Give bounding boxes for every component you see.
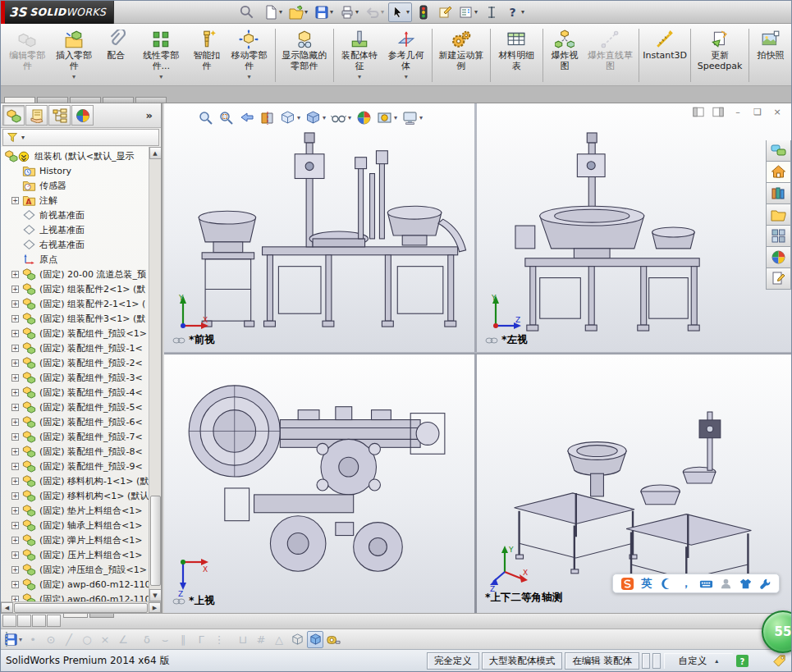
viewport-isometric[interactable]: Y X Z *上下二等角轴测 英， xyxy=(477,354,791,613)
menu-item[interactable] xyxy=(219,8,236,16)
scroll-thumb[interactable] xyxy=(150,496,161,586)
tree-item[interactable]: + History xyxy=(1,163,150,178)
task-pane-button[interactable] xyxy=(766,183,791,204)
tree-item[interactable]: + (固定) 装配组件_預設<1> xyxy=(1,326,150,341)
expand-toggle[interactable]: + xyxy=(11,433,19,441)
viewport-top[interactable]: X Z *上视 xyxy=(164,354,474,613)
expand-toggle[interactable]: + xyxy=(11,596,19,602)
expand-toggle[interactable]: + xyxy=(11,418,19,426)
ime-button[interactable] xyxy=(718,576,733,591)
tree-item[interactable]: + (固定) awp-d60-m12-1100 xyxy=(1,577,150,592)
dropdown-caret[interactable]: ▾ xyxy=(279,8,282,16)
tree-item[interactable]: + (固定) 20-00 流道总装_预 xyxy=(1,267,150,281)
viewport-front[interactable]: Y X *前视 xyxy=(164,103,474,352)
tree-item[interactable]: + 原点 xyxy=(1,252,150,267)
panel-tab[interactable] xyxy=(71,105,94,126)
view-tool-button[interactable] xyxy=(216,108,236,127)
menu-item[interactable] xyxy=(186,8,203,16)
dropdown-caret[interactable]: ▾ xyxy=(348,114,351,121)
task-pane-button[interactable] xyxy=(766,247,791,268)
dropdown-caret[interactable]: ▾ xyxy=(72,73,76,80)
view-tool-button[interactable]: ▾ xyxy=(400,108,425,127)
tree-item[interactable]: + 组装机 (默认<默认_显示 xyxy=(1,149,150,163)
toolbar-button[interactable]: ○ xyxy=(79,631,95,648)
ribbon-tab[interactable] xyxy=(135,97,167,103)
window-button[interactable] xyxy=(745,4,767,21)
command-button[interactable]: 移动零部件 ▾ xyxy=(226,25,272,85)
ribbon-tab[interactable] xyxy=(4,97,35,103)
toolbar-grip[interactable] xyxy=(6,632,10,647)
expand-toggle[interactable]: + xyxy=(11,522,19,529)
viewport-left[interactable]: Y Z *左视 xyxy=(477,103,791,352)
scroll-left-arrow[interactable]: ◀ xyxy=(1,602,13,613)
toolbar-button[interactable]: ⌣ xyxy=(157,631,173,648)
tree-item[interactable]: + (固定) 装配组件_預設-4< xyxy=(1,385,150,400)
toolbar-button[interactable]: × xyxy=(97,631,113,648)
tree-item[interactable]: + (固定) 组装配件2-1<1> ( xyxy=(1,296,150,311)
expand-toggle[interactable]: + xyxy=(11,448,19,455)
command-button[interactable]: 爆炸视图 xyxy=(546,25,584,85)
toolbar-button[interactable]: δ xyxy=(139,631,155,648)
expand-toggle[interactable]: + xyxy=(11,271,19,278)
ime-button[interactable] xyxy=(659,576,674,591)
dropdown-caret[interactable]: ▾ xyxy=(405,73,408,80)
toolbar-button[interactable]: ╱ xyxy=(61,631,77,648)
dropdown-caret[interactable]: ▾ xyxy=(358,73,361,80)
dropdown-caret[interactable]: ▾ xyxy=(159,73,163,80)
panel-tab[interactable] xyxy=(2,105,25,126)
task-pane-button[interactable] xyxy=(766,226,791,247)
quick-tool-button[interactable]: ?▾ xyxy=(503,2,527,22)
ribbon-tab[interactable] xyxy=(37,97,68,103)
status-customize[interactable]: 自定义 ▴ xyxy=(663,652,734,670)
quick-tool-button[interactable] xyxy=(414,2,433,22)
dropdown-caret[interactable]: ▾ xyxy=(355,8,359,16)
scroll-thumb[interactable] xyxy=(14,603,148,613)
command-button[interactable]: 配合 xyxy=(97,25,135,85)
help-green-icon[interactable]: ? xyxy=(736,655,749,667)
scroll-down-arrow[interactable]: ▼ xyxy=(149,589,162,601)
expand-toggle[interactable]: + xyxy=(11,374,19,382)
tree-item[interactable]: + (固定) 装配组件_預設-5< xyxy=(1,400,150,414)
scroll-right-arrow[interactable]: ▶ xyxy=(149,602,161,613)
expand-toggle[interactable]: + xyxy=(11,478,19,485)
expand-toggle[interactable]: + xyxy=(11,581,19,588)
tree-item[interactable]: + (固定) 压片上料组合<1> xyxy=(1,547,150,562)
quick-tool-button[interactable] xyxy=(435,2,455,22)
filter-caret[interactable]: ▾ xyxy=(21,134,25,141)
dropdown-caret[interactable]: ▾ xyxy=(381,8,384,16)
tree-item[interactable]: + (固定) 装配组件_預設-6< xyxy=(1,414,150,429)
expand-toggle[interactable]: + xyxy=(11,492,19,500)
panel-tab[interactable] xyxy=(48,105,71,126)
ime-button[interactable] xyxy=(758,576,772,591)
ribbon-tab[interactable] xyxy=(70,97,101,103)
ime-button[interactable] xyxy=(620,576,634,591)
menu-item[interactable] xyxy=(170,8,186,16)
document-tab[interactable] xyxy=(63,614,88,618)
dropdown-caret[interactable]: ▾ xyxy=(474,8,478,16)
command-button[interactable]: Instant3D xyxy=(642,25,688,85)
scroll-up-arrow[interactable]: ▲ xyxy=(149,147,162,159)
doc-window-button[interactable] xyxy=(691,105,706,118)
window-button[interactable] xyxy=(724,4,745,21)
toolbar-button[interactable] xyxy=(289,631,305,648)
command-button[interactable]: 装配体特征 ▾ xyxy=(336,25,383,85)
task-pane-button[interactable] xyxy=(766,140,791,162)
task-pane-button[interactable] xyxy=(766,204,791,226)
command-button[interactable]: 材料明细表 xyxy=(493,25,540,85)
quick-tool-button[interactable]: ▾ xyxy=(456,2,480,22)
tree-item[interactable]: + (固定) 组装配件3<1> (默 xyxy=(1,311,150,326)
task-pane-button[interactable] xyxy=(766,268,791,290)
tree-item[interactable]: + (固定) 装配组件_預設-9< xyxy=(1,459,150,473)
expand-toggle[interactable]: + xyxy=(11,566,19,574)
view-tool-button[interactable]: ▾ xyxy=(374,108,400,127)
tree-item[interactable]: + (固定) 轴承上料组合<1> xyxy=(1,518,150,533)
panel-overflow-chevron[interactable]: » xyxy=(140,109,159,121)
menu-item[interactable] xyxy=(121,8,137,16)
tree-item[interactable]: + 传感器 xyxy=(1,178,150,193)
dropdown-caret[interactable]: ▾ xyxy=(521,8,524,16)
dropdown-caret[interactable]: ▾ xyxy=(394,114,397,121)
command-button[interactable]: 显示隐藏的零部件 xyxy=(278,25,331,85)
quick-tool-button[interactable]: ▾ xyxy=(261,2,285,22)
expand-toggle[interactable]: + xyxy=(11,551,19,559)
tree-item[interactable]: + (固定) 装配组件_預設-1< xyxy=(1,341,150,355)
